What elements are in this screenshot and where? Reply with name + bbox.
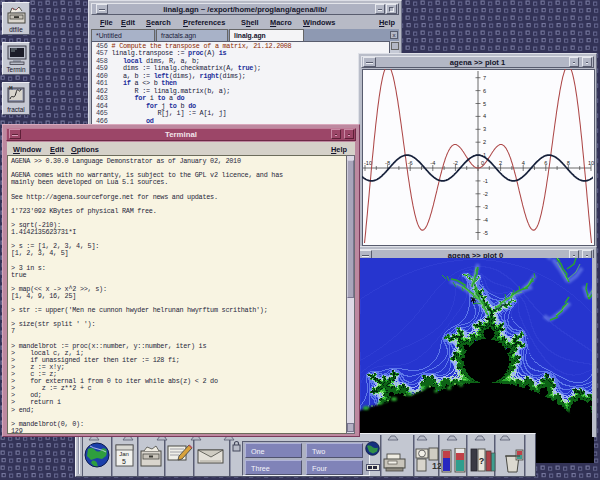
svg-text:10: 10 <box>588 160 594 166</box>
svg-text:-1: -1 <box>483 178 488 184</box>
svg-text:7: 7 <box>483 75 486 81</box>
svg-text:5: 5 <box>122 458 126 465</box>
svg-text:2: 2 <box>483 139 486 145</box>
svg-text:8: 8 <box>567 160 570 166</box>
svg-text:3: 3 <box>483 126 486 132</box>
svg-text:Jan: Jan <box>119 451 129 457</box>
svg-text:-3: -3 <box>483 204 488 210</box>
svg-text:-4: -4 <box>483 217 488 223</box>
svg-text:-8: -8 <box>385 160 390 166</box>
svg-text:6: 6 <box>483 88 486 94</box>
svg-text:M: M <box>9 85 13 92</box>
svg-text:-2: -2 <box>483 191 488 197</box>
svg-text:-2: -2 <box>453 160 458 166</box>
svg-text:2: 2 <box>499 160 502 166</box>
svg-text:-10: -10 <box>364 160 372 166</box>
svg-text:4: 4 <box>522 160 525 166</box>
svg-text:-4: -4 <box>430 160 435 166</box>
svg-text:4: 4 <box>483 113 486 119</box>
svg-text:6: 6 <box>544 160 547 166</box>
svg-text:?: ? <box>479 456 485 466</box>
svg-text:-6: -6 <box>408 160 413 166</box>
svg-text:5: 5 <box>483 101 486 107</box>
svg-text:12: 12 <box>432 461 441 471</box>
svg-text:-5: -5 <box>483 230 488 236</box>
